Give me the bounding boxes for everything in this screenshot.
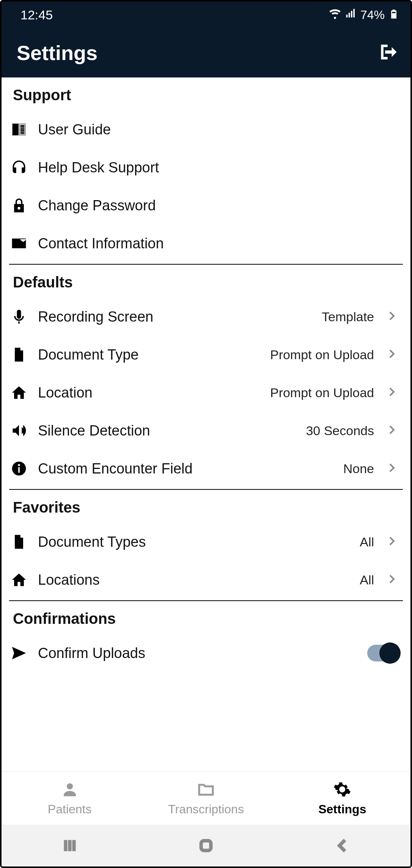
label-confirm-uploads: Confirm Uploads xyxy=(38,645,357,661)
value-fav-locations: All xyxy=(360,573,374,587)
nav-recent[interactable] xyxy=(58,834,81,857)
document-icon xyxy=(10,346,28,364)
tab-transcriptions[interactable]: Transcriptions xyxy=(138,772,274,825)
chevron-right-icon xyxy=(386,573,399,587)
row-document-type[interactable]: Document Type Prompt on Upload xyxy=(2,336,410,374)
logout-icon[interactable] xyxy=(379,42,399,63)
tab-label-settings: Settings xyxy=(318,802,366,816)
label-recording-screen: Recording Screen xyxy=(38,309,312,325)
folder-icon xyxy=(197,780,215,800)
svg-rect-0 xyxy=(392,13,395,17)
volume-icon xyxy=(10,421,28,440)
value-fav-doc-types: All xyxy=(360,535,374,549)
label-location: Location xyxy=(38,385,260,401)
document-icon xyxy=(10,533,28,551)
person-icon xyxy=(61,780,79,800)
contact-card-icon xyxy=(10,234,28,253)
label-silence-detection: Silence Detection xyxy=(38,423,296,439)
value-recording-screen: Template xyxy=(322,309,374,324)
label-help-desk: Help Desk Support xyxy=(38,159,399,176)
lock-icon xyxy=(10,196,28,215)
label-fav-locations: Locations xyxy=(38,572,350,588)
status-bar: 12:45 74% xyxy=(2,2,410,28)
label-change-password: Change Password xyxy=(38,197,399,214)
headset-icon xyxy=(10,158,28,177)
row-recording-screen[interactable]: Recording Screen Template xyxy=(2,298,410,336)
label-fav-doc-types: Document Types xyxy=(38,534,350,550)
value-silence-detection: 30 Seconds xyxy=(306,423,374,438)
svg-point-4 xyxy=(67,783,73,789)
gear-icon xyxy=(333,780,351,800)
chevron-right-icon xyxy=(386,535,399,549)
tab-patients[interactable]: Patients xyxy=(2,772,138,825)
system-nav-bar xyxy=(2,825,410,866)
home-icon xyxy=(10,571,28,589)
app-bar: Settings xyxy=(2,28,410,77)
row-custom-encounter[interactable]: Custom Encounter Field None xyxy=(2,450,410,488)
chevron-right-icon xyxy=(386,347,399,362)
row-user-guide[interactable]: User Guide xyxy=(2,110,410,148)
section-header-support: Support xyxy=(2,77,410,110)
row-help-desk[interactable]: Help Desk Support xyxy=(2,148,410,186)
row-fav-doc-types[interactable]: Document Types All xyxy=(2,523,410,561)
tab-settings[interactable]: Settings xyxy=(274,772,410,825)
label-custom-encounter: Custom Encounter Field xyxy=(38,461,333,477)
label-document-type: Document Type xyxy=(38,347,260,363)
mic-icon xyxy=(10,308,28,326)
svg-rect-5 xyxy=(201,841,211,851)
section-header-favorites: Favorites xyxy=(2,490,410,523)
chevron-right-icon xyxy=(386,385,399,400)
info-icon xyxy=(10,459,28,478)
row-location[interactable]: Location Prompt on Upload xyxy=(2,374,410,412)
label-contact-info: Contact Information xyxy=(38,235,399,252)
book-icon xyxy=(10,120,28,139)
battery-percent: 74% xyxy=(360,8,385,22)
tab-label-patients: Patients xyxy=(48,802,92,816)
section-header-defaults: Defaults xyxy=(2,265,410,298)
page-title: Settings xyxy=(17,41,97,65)
row-contact-info[interactable]: Contact Information xyxy=(2,224,410,262)
label-user-guide: User Guide xyxy=(38,122,399,138)
home-icon xyxy=(10,383,28,402)
battery-icon xyxy=(388,8,399,22)
value-custom-encounter: None xyxy=(343,461,374,476)
nav-back[interactable] xyxy=(331,834,354,857)
send-icon xyxy=(10,644,28,662)
svg-rect-2 xyxy=(18,467,20,473)
row-change-password[interactable]: Change Password xyxy=(2,186,410,224)
chevron-right-icon xyxy=(386,423,399,438)
value-location: Prompt on Upload xyxy=(270,385,374,400)
row-confirm-uploads: Confirm Uploads xyxy=(2,634,410,672)
wifi-icon xyxy=(329,7,341,23)
chevron-right-icon xyxy=(386,461,399,476)
value-document-type: Prompt on Upload xyxy=(270,347,374,362)
toggle-confirm-uploads[interactable] xyxy=(367,645,399,661)
settings-content: Support User Guide Help Desk Support Cha… xyxy=(2,77,410,772)
signal-icon xyxy=(345,8,357,22)
status-right: 74% xyxy=(329,7,399,23)
tab-label-transcriptions: Transcriptions xyxy=(168,802,244,816)
chevron-right-icon xyxy=(386,309,399,324)
tab-bar: Patients Transcriptions Settings xyxy=(2,772,410,825)
nav-home[interactable] xyxy=(195,834,217,857)
status-time: 12:45 xyxy=(20,8,53,22)
row-silence-detection[interactable]: Silence Detection 30 Seconds xyxy=(2,412,410,450)
row-fav-locations[interactable]: Locations All xyxy=(2,561,410,599)
section-header-confirmations: Confirmations xyxy=(2,601,410,634)
toggle-knob xyxy=(379,642,401,664)
svg-point-3 xyxy=(18,464,20,466)
